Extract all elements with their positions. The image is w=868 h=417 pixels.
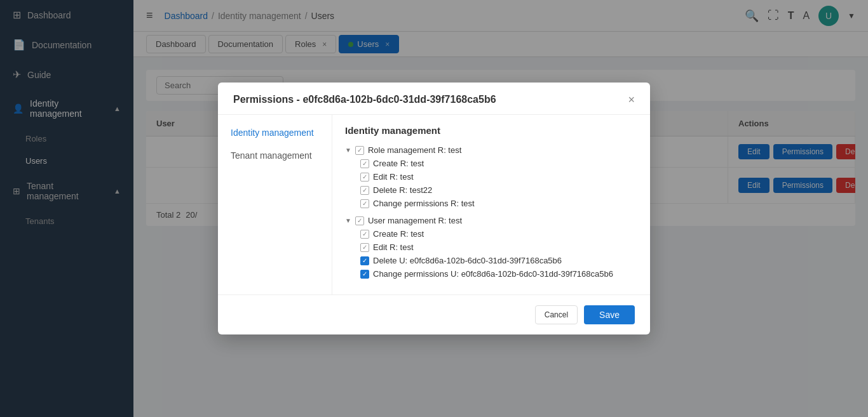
perm-row-user-management: ▼ ✓ User management R: test [345,214,637,227]
modal-header: Permissions - e0fc8d6a-102b-6dc0-31dd-39… [218,83,650,115]
perm-row-um-edit: ✓ Edit R: test [345,241,637,254]
permissions-tree: ▼ ✓ Role management R: test ✓ Create R: … [345,143,637,281]
perm-row-role-management: ▼ ✓ Role management R: test [345,143,637,157]
perm-label-user-management: User management R: test [368,216,462,225]
permissions-modal: Permissions - e0fc8d6a-102b-6dc0-31dd-39… [218,83,650,334]
perm-row-rm-edit: ✓ Edit R: test [345,170,637,183]
perm-row-um-delete: ✓ Delete U: e0fc8d6a-102b-6dc0-31dd-39f7… [345,254,637,267]
perm-label-um-change: Change permissions U: e0fc8d6a-102b-6dc0… [373,269,613,279]
modal-nav-tenant-label: Tenant management [231,150,312,161]
cancel-button[interactable]: Cancel [535,305,578,324]
perm-row-rm-change: ✓ Change permissions R: test [345,197,637,210]
perm-row-um-change: ✓ Change permissions U: e0fc8d6a-102b-6d… [345,267,637,281]
perm-label-role-management: Role management R: test [368,145,461,155]
modal-section-title: Identity management [345,125,637,136]
perm-row-rm-create: ✓ Create R: test [345,157,637,170]
perm-group-user-management: ▼ ✓ User management R: test ✓ Create R: … [345,214,637,281]
checkbox-rm-edit[interactable]: ✓ [360,173,369,182]
modal-close-button[interactable]: × [628,94,635,105]
modal-nav: Identity management Tenant management [218,115,332,295]
checkbox-rm-create[interactable]: ✓ [360,159,369,168]
chevron-role-icon[interactable]: ▼ [345,147,351,154]
modal-permissions-content: Identity management ▼ ✓ Role management … [332,115,650,295]
modal-nav-identity[interactable]: Identity management [218,121,332,144]
checkbox-role-management[interactable]: ✓ [355,146,364,155]
modal-overlay[interactable]: Permissions - e0fc8d6a-102b-6dc0-31dd-39… [0,0,868,417]
checkbox-rm-change[interactable]: ✓ [360,199,369,208]
perm-label-rm-create: Create R: test [373,159,424,168]
perm-label-rm-edit: Edit R: test [373,172,414,182]
checkbox-user-management[interactable]: ✓ [355,216,364,225]
perm-label-rm-change: Change permissions R: test [373,199,475,208]
checkbox-rm-delete[interactable]: ✓ [360,186,369,195]
perm-group-role-management: ▼ ✓ Role management R: test ✓ Create R: … [345,143,637,210]
modal-nav-tenant[interactable]: Tenant management [218,144,332,167]
perm-label-rm-delete: Delete R: test22 [373,185,432,195]
modal-body: Identity management Tenant management Id… [218,115,650,295]
modal-title: Permissions - e0fc8d6a-102b-6dc0-31dd-39… [233,94,496,105]
perm-label-um-edit: Edit R: test [373,242,414,252]
checkbox-um-change[interactable]: ✓ [360,270,369,279]
perm-row-rm-delete: ✓ Delete R: test22 [345,183,637,197]
perm-label-um-create: Create R: test [373,229,424,239]
checkbox-um-delete[interactable]: ✓ [360,256,369,265]
perm-row-um-create: ✓ Create R: test [345,227,637,241]
modal-nav-identity-label: Identity management [231,128,314,138]
save-button[interactable]: Save [584,305,635,324]
chevron-user-icon[interactable]: ▼ [345,217,351,224]
checkbox-um-edit[interactable]: ✓ [360,243,369,252]
modal-footer: Cancel Save [218,295,650,334]
checkbox-um-create[interactable]: ✓ [360,230,369,239]
perm-label-um-delete: Delete U: e0fc8d6a-102b-6dc0-31dd-39f716… [373,256,562,265]
